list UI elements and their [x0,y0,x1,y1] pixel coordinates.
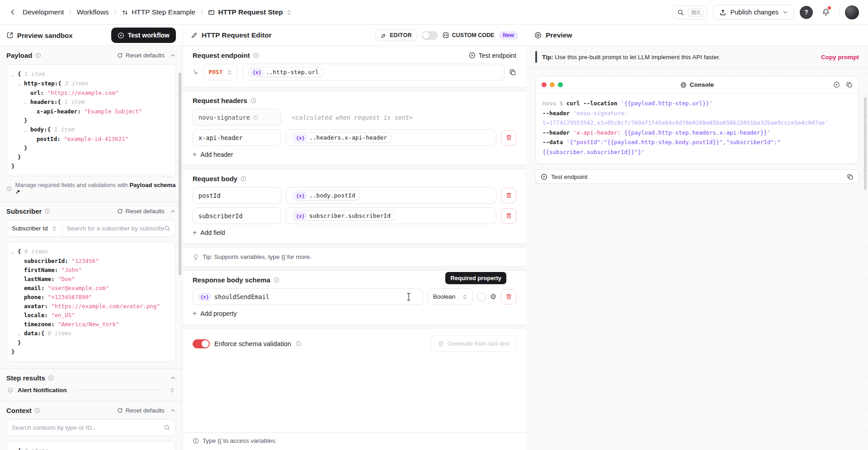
info-icon [35,52,41,58]
delete-header-button[interactable] [501,130,516,145]
collapse-chevron-icon[interactable] [170,408,176,413]
json-line: locale: "en_US" [11,311,171,320]
add-field-button[interactable]: +Add field [193,229,516,237]
info-icon [241,176,246,182]
collapse-chevron-icon[interactable] [170,208,176,214]
step-results-section: Step results Alert Notification [0,369,182,401]
subscriber-reset-defaults[interactable]: Reset defaults [117,208,165,215]
chevrons-up-down-icon[interactable] [170,388,175,393]
publish-changes-button[interactable]: Publish changes [713,5,794,20]
custom-code-label: CUSTOM CODE [452,32,495,38]
payload-reset-defaults[interactable]: Reset defaults [117,52,165,59]
body-key-input[interactable]: subscriberId [193,207,281,224]
context-reset-defaults[interactable]: Reset defaults [117,407,165,414]
reset-icon [117,408,123,413]
left-scrollbar[interactable] [179,73,181,275]
copy-url-button[interactable] [509,69,516,76]
context-search-input[interactable]: Search contexts by type or ID... [6,419,176,436]
expand-chevron-icon[interactable]: ⌄ [18,329,24,338]
header-key-input[interactable]: x-api-header [193,129,281,146]
add-property-button[interactable]: +Add property [193,309,516,318]
step-result-row-alert-notification[interactable]: Alert Notification [6,385,176,394]
json-line: firstName: "John" [11,266,171,275]
search-icon [677,9,684,16]
body-field-row: postId {x}..body.postId [193,187,516,204]
notifications-button[interactable] [818,5,834,20]
document-icon [438,341,444,347]
minimize-light-icon [550,82,555,87]
sandbox-scroll-area[interactable]: Payload Reset defaults ⌄{ 1 item⌄http-st… [0,46,182,450]
test-endpoint-collapsed[interactable]: Test endpoint [535,169,859,184]
breadcrumb-label: HTTP Request Step [218,8,283,16]
window-controls [542,82,563,87]
json-line: timezone: "America/New_York" [11,320,171,329]
expand-chevron-icon[interactable]: ⌄ [24,126,30,135]
delete-property-button[interactable] [501,289,516,305]
step-results-title: Step results [6,374,45,382]
editor-mode-pill[interactable]: EDITOR [375,29,417,41]
request-endpoint-section: Request endpoint Test endpoint ↳ POST [183,46,526,87]
expand-chevron-icon[interactable]: ⌄ [24,98,30,107]
response-schema-section: Required property Response body schema {… [183,271,526,324]
enforce-validation-toggle[interactable] [193,339,210,348]
body-key-input[interactable]: postId [193,187,281,204]
body-value-input[interactable]: {x}subscriber.subscriberId [286,207,496,224]
copy-console-button[interactable] [846,81,853,88]
header-calculated-value: <calculated when request is sent> [286,114,516,121]
reset-label: Reset defaults [126,407,165,414]
target-icon [534,32,542,39]
header-row: x-api-header {x}..headers.x-api-header [193,129,516,146]
breadcrumb-step-selector[interactable]: HTTP Request Step [208,8,292,16]
global-search-button[interactable]: ⌘K [672,5,708,19]
subscriber-search-input[interactable]: Search for a subscriber by subscriber... [62,225,164,232]
test-workflow-button[interactable]: Test workflow [111,28,176,43]
breadcrumb-development[interactable]: Development [23,8,64,16]
header-key-input: novu-signature [193,109,281,126]
help-button[interactable]: ? [800,6,813,19]
schema-property-input[interactable]: {x} shouldSendEmail [193,288,423,305]
expand-chevron-icon[interactable]: ⌄ [11,70,18,79]
copy-test-endpoint-button[interactable] [847,173,854,180]
context-title: Context [6,407,32,414]
delete-field-button[interactable] [501,188,516,203]
info-icon [296,341,302,347]
expand-chevron-icon[interactable]: ⌄ [11,447,18,450]
test-endpoint-button[interactable]: Test endpoint [469,52,516,59]
add-header-button[interactable]: +Add header [193,150,516,159]
expand-chevron-icon[interactable]: ⌄ [18,80,24,89]
payload-json[interactable]: ⌄{ 1 item⌄http-step:{ 3 itemsurl: "https… [6,64,176,176]
new-badge: New [499,31,518,40]
console-code[interactable]: novu $ curl --location '{{payload.http-s… [536,94,859,164]
header-value-input[interactable]: {x}..headers.x-api-header [286,129,496,146]
json-line: ⌄{ 1 item [11,70,171,79]
endpoint-url-input[interactable]: {x}..http-step.url [242,64,505,80]
breadcrumb-workflows[interactable]: Workflows [77,8,109,16]
mode-toggle[interactable] [422,31,438,40]
generate-from-last-test-button[interactable]: Generate from last test [431,335,516,352]
publish-label: Publish changes [731,9,778,16]
expand-chevron-icon[interactable]: ⌄ [11,248,18,257]
subscriber-json[interactable]: ⌄{ 9 itemssubscriberId: "123456"firstNam… [6,242,176,362]
delete-field-button[interactable] [501,208,516,224]
variable-icon: {x} [251,69,263,76]
collapse-chevron-icon[interactable] [170,52,176,58]
right-scrollbar[interactable] [864,97,867,190]
avatar[interactable] [845,5,859,19]
property-settings-button[interactable]: ⚙ [490,292,496,301]
required-checkbox[interactable] [477,293,486,301]
copy-prompt-link[interactable]: Copy prompt [821,54,859,61]
sandbox-icon [6,32,14,39]
body-value-input[interactable]: {x}..body.postId [286,187,496,204]
breadcrumb-workflow-name[interactable]: HTTP Step Example [122,8,195,16]
schema-type-select[interactable]: Boolean [428,288,473,305]
run-console-button[interactable] [833,81,840,88]
json-line: url: "https://example.com" [11,89,171,98]
breadcrumb-label: HTTP Step Example [132,8,195,16]
back-button[interactable] [9,9,16,16]
context-json[interactable]: ⌄{ 0 items} [6,441,176,450]
method-select[interactable]: POST [203,64,237,80]
editor-footer: Type {{ to access variables. [183,432,526,450]
subscriber-search-type-select[interactable]: Subscriber Id [7,220,62,236]
custom-code-mode[interactable]: CUSTOM CODE [443,32,495,38]
collapse-chevron-icon[interactable] [170,375,176,381]
